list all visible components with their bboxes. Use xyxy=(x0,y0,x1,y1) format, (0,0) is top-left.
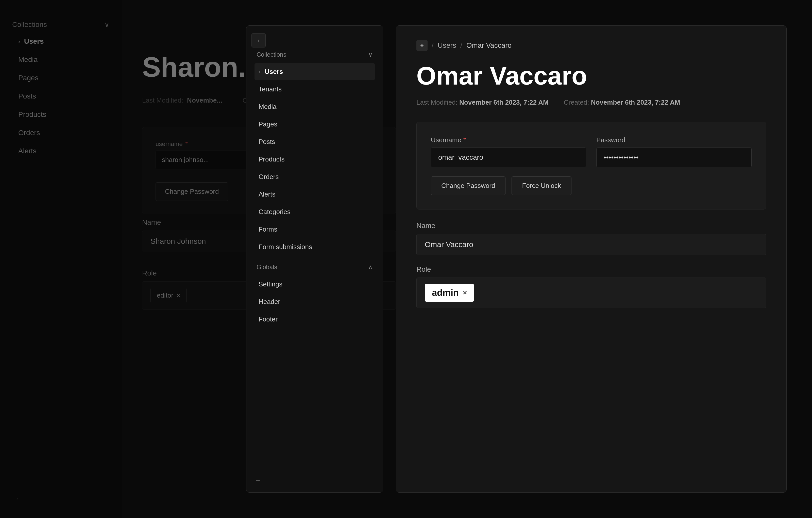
overlay-sidebar-item-settings[interactable]: Settings xyxy=(255,276,375,293)
role-label: Role xyxy=(416,265,766,273)
main-bc-sep1: / xyxy=(432,42,434,50)
overlay-collapse-icon: ‹ xyxy=(258,37,260,44)
users-nav-arrow: › xyxy=(259,69,260,74)
main-page-title: Omar Vaccaro xyxy=(416,61,766,90)
force-unlock-button[interactable]: Force Unlock xyxy=(512,176,571,195)
admin-role-remove-icon[interactable]: × xyxy=(463,289,467,297)
overlay-footer-label: Footer xyxy=(259,316,278,323)
admin-role-tag[interactable]: admin × xyxy=(425,284,474,302)
main-bc-current: Omar Vaccaro xyxy=(466,42,512,50)
overlay-collapse-button[interactable]: ‹ xyxy=(252,33,266,48)
overlay-sidebar-item-tenants[interactable]: Tenants xyxy=(255,81,375,98)
overlay-users-label: Users xyxy=(265,68,283,76)
name-section: Name xyxy=(416,222,766,255)
username-label: Username * xyxy=(431,136,586,144)
password-field: Password xyxy=(596,136,752,167)
overlay-sidebar-item-header[interactable]: Header xyxy=(255,293,375,310)
main-logo-icon: ◈ xyxy=(416,40,428,51)
overlay-categories-label: Categories xyxy=(259,208,291,216)
change-password-button[interactable]: Change Password xyxy=(431,176,505,195)
overlay-sidebar-item-orders[interactable]: Orders xyxy=(255,168,375,185)
role-input-container: admin × xyxy=(416,277,766,308)
credentials-card: Username * Password Change Password Forc… xyxy=(416,121,766,210)
main-bc-users-link[interactable]: Users xyxy=(438,42,456,50)
role-section: Role admin × xyxy=(416,265,766,308)
name-input[interactable] xyxy=(416,234,766,255)
overlay-form-submissions-label: Form submissions xyxy=(259,243,312,251)
overlay-forms-label: Forms xyxy=(259,225,277,234)
password-label: Password xyxy=(596,136,752,144)
main-breadcrumb: ◈ / Users / Omar Vaccaro xyxy=(416,40,766,51)
overlay-sidebar-item-forms[interactable]: Forms xyxy=(255,221,375,238)
overlay-collections-label: Collections xyxy=(257,51,286,58)
name-label: Name xyxy=(416,222,766,230)
overlay-sidebar-item-products[interactable]: Products xyxy=(255,151,375,168)
overlay-sidebar: ‹ Collections ∨ › Users Tenants Media Pa… xyxy=(246,25,383,493)
overlay-collections-section: Collections ∨ xyxy=(255,51,375,58)
overlay-products-label: Products xyxy=(259,155,285,163)
main-panel-omar: ◈ / Users / Omar Vaccaro Omar Vaccaro La… xyxy=(396,25,787,493)
credentials-actions: Change Password Force Unlock xyxy=(431,176,752,195)
username-field: Username * xyxy=(431,136,586,167)
overlay-sidebar-item-pages[interactable]: Pages xyxy=(255,116,375,133)
username-input[interactable] xyxy=(431,147,586,167)
main-last-modified: Last Modified: November 6th 2023, 7:22 A… xyxy=(416,99,549,106)
main-meta: Last Modified: November 6th 2023, 7:22 A… xyxy=(416,99,766,106)
main-bc-sep2: / xyxy=(460,42,462,50)
overlay-tenants-label: Tenants xyxy=(259,85,282,93)
overlay-header-label: Header xyxy=(259,298,280,306)
overlay-posts-label: Posts xyxy=(259,138,275,146)
overlay-logout-button[interactable]: → xyxy=(255,476,375,484)
admin-role-text: admin xyxy=(432,288,459,298)
overlay-alerts-label: Alerts xyxy=(259,190,275,198)
overlay-collections-toggle-icon[interactable]: ∨ xyxy=(368,51,373,58)
overlay-nav: Collections ∨ › Users Tenants Media Page… xyxy=(246,26,383,468)
overlay-logout-icon: → xyxy=(255,476,261,484)
overlay-sidebar-item-form-submissions[interactable]: Form submissions xyxy=(255,239,375,255)
overlay-media-label: Media xyxy=(259,103,277,111)
overlay-sidebar-item-alerts[interactable]: Alerts xyxy=(255,186,375,203)
overlay-globals-label-text: Globals xyxy=(257,264,277,271)
overlay-pages-label: Pages xyxy=(259,120,277,128)
password-input[interactable] xyxy=(596,147,752,167)
overlay-sidebar-item-users[interactable]: › Users xyxy=(255,63,375,80)
overlay-orders-label: Orders xyxy=(259,173,279,181)
overlay-settings-label: Settings xyxy=(259,280,283,288)
main-created: Created: November 6th 2023, 7:22 AM xyxy=(564,99,680,106)
overlay-sidebar-item-categories[interactable]: Categories xyxy=(255,203,375,220)
overlay-sidebar-item-posts[interactable]: Posts xyxy=(255,133,375,150)
overlay-sidebar-item-media[interactable]: Media xyxy=(255,98,375,115)
overlay-sidebar-bottom: → xyxy=(246,468,383,492)
overlay-globals-toggle-icon[interactable]: ∧ xyxy=(368,264,373,271)
overlay-sidebar-item-footer[interactable]: Footer xyxy=(255,311,375,328)
overlay-globals-section: Globals ∧ xyxy=(255,264,375,271)
credentials-row: Username * Password xyxy=(431,136,752,167)
